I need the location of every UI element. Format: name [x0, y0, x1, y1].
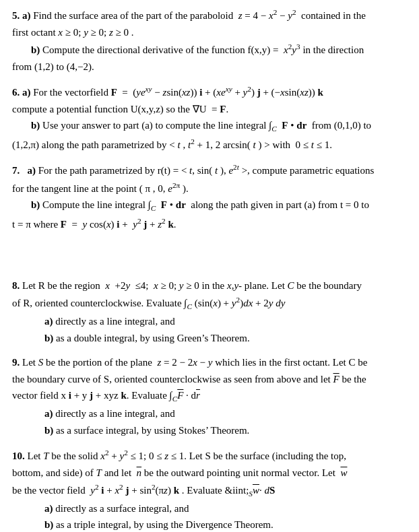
problem-9a: a) directly as a line integral, and — [12, 406, 407, 422]
problem-7a: 7. a) For the path parametrized by r(t) … — [12, 162, 407, 178]
problem-8-main2: of R, oriented counterclockwise. Evaluat… — [12, 294, 407, 312]
problem-6a-line2: compute a potential function U(x,y,z) so… — [12, 102, 407, 117]
spacer-3 — [12, 266, 407, 278]
problem-8: 8. Let R be the region x +2y ≤4; x ≥ 0; … — [12, 278, 407, 345]
problem-8-main: 8. Let R be the region x +2y ≤4; x ≥ 0; … — [12, 278, 407, 294]
problem-6b: b) Use your answer to part (a) to comput… — [12, 118, 407, 135]
problem-8a: a) directly as a line integral, and — [12, 314, 407, 329]
problem-9b: b) as a surface integral, by using Stoke… — [12, 423, 407, 438]
problem-10b: b) as a triple integral, by using the Di… — [12, 517, 407, 532]
problem-7: 7. a) For the path parametrized by r(t) … — [12, 162, 407, 232]
problem-9: 9. Let S be the portion of the plane z =… — [12, 355, 407, 438]
problem-7a-line2: for the tangent line at the point ( π , … — [12, 180, 407, 197]
spacer-1 — [12, 242, 407, 254]
problem-8b: b) as a double integral, by using Green’… — [12, 331, 407, 346]
page-content: 5. a) Find the surface area of the part … — [12, 7, 407, 532]
problem-7b: b) Compute the line integral ∫C F • dr a… — [12, 197, 407, 214]
problem-10-main3: be the vector field y2 i + x2 j + sin2(π… — [12, 481, 407, 500]
problem-5: 5. a) Find the surface area of the part … — [12, 7, 407, 74]
problem-5-text: 5. a) Find the surface area of the part … — [12, 7, 407, 24]
problem-6a: 6. a) For the vectorfield F = (yexy − zs… — [12, 84, 407, 100]
problem-5b-line2: from (1,2) to (4,−2). — [12, 59, 407, 75]
problem-9-main2: the boundary curve of S, oriented counte… — [12, 372, 407, 387]
problem-10-main: 10. Let T be the solid x2 + y2 ≤ 1; 0 ≤ … — [12, 447, 407, 464]
problem-9-main3: vector field x i + y j + xyz k. Evaluate… — [12, 388, 407, 405]
problem-10-main2: bottom, and side) of T and let n be the … — [12, 465, 407, 481]
problem-6: 6. a) For the vectorfield F = (yexy − zs… — [12, 84, 407, 152]
problem-10: 10. Let T be the solid x2 + y2 ≤ 1; 0 ≤ … — [12, 447, 407, 532]
problem-5b: b) Compute the directional derivative of… — [12, 41, 407, 58]
problem-10a: a) directly as a surface integral, and — [12, 501, 407, 517]
problem-5a-line2: first octant x ≥ 0; y ≥ 0; z ≥ 0 . — [12, 25, 407, 40]
problem-7b-line2: t = π where F = y cos(x) i + y2 j + z2 k… — [12, 215, 407, 232]
problem-9-main: 9. Let S be the portion of the plane z =… — [12, 355, 407, 370]
spacer-2 — [12, 254, 407, 266]
problem-6b-line2: (1,2,π) along the path parametrized by <… — [12, 136, 407, 153]
